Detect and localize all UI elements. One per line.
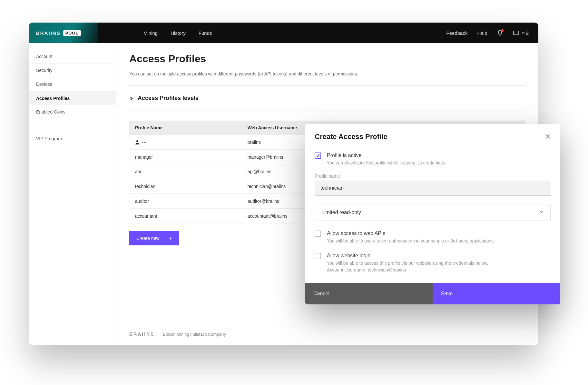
help-link[interactable]: Help (477, 30, 487, 36)
sidebar-item-enabled-coins[interactable]: Enabled Coins (29, 105, 116, 119)
permission-level-select[interactable]: Limited read-only (315, 204, 551, 221)
profile-name-input[interactable] (315, 181, 551, 196)
svg-point-1 (136, 140, 138, 142)
cell-profile-name: technician (129, 179, 242, 194)
modal-title: Create Access Profile (315, 133, 545, 141)
profile-active-label: Profile is active (327, 153, 551, 158)
header-bar: BRAIINS POOL Mining History Funds Feedba… (29, 23, 538, 43)
allow-api-option[interactable]: Allow access to web APIs You will be abl… (315, 227, 551, 244)
sidebar-item-access-profiles[interactable]: Access Profiles (29, 91, 116, 105)
allow-weblogin-label: Allow website login (327, 253, 551, 259)
top-nav: Mining History Funds (143, 30, 212, 36)
page-title: Access Profiles (129, 53, 525, 65)
nav-mining[interactable]: Mining (143, 30, 158, 36)
profile-name-label: Profile name (315, 173, 551, 179)
footer-brand: BRAIINS (129, 331, 155, 337)
footer: BRAIINS Bitcoin Mining Fullstack Company (116, 323, 538, 345)
allow-api-label: Allow access to web APIs (327, 231, 551, 236)
modal-footer: Cancel Save (305, 283, 560, 304)
create-new-label: Create new (136, 236, 160, 241)
close-icon[interactable] (545, 133, 551, 140)
brand-word: BRAIINS (36, 30, 61, 36)
create-access-profile-modal: Create Access Profile Profile is active … (305, 124, 560, 304)
cell-profile-name: accountant (129, 209, 242, 223)
access-profiles-levels-expander[interactable]: Access Profiles levels (129, 86, 525, 111)
chevron-down-icon (539, 210, 544, 215)
profile-active-desc: You can deactivate this profile while ke… (327, 160, 551, 166)
allow-api-desc: You will be able to use a token authoris… (327, 238, 551, 244)
save-button[interactable]: Save (433, 283, 560, 304)
modal-body: Profile is active You can deactivate thi… (305, 144, 560, 283)
person-icon (135, 140, 140, 144)
balance-value: ≈ 2 (522, 30, 529, 36)
cancel-button[interactable]: Cancel (305, 283, 433, 304)
header-right: Feedback Help ≈ 2 (446, 30, 529, 36)
profile-active-option[interactable]: Profile is active You can deactivate thi… (315, 149, 551, 166)
checkbox-allow-api[interactable] (315, 231, 321, 237)
create-new-button[interactable]: Create new + (129, 231, 179, 245)
cell-profile-name: auditor (129, 194, 242, 209)
cell-profile-name: api (129, 164, 242, 179)
allow-weblogin-option[interactable]: Allow website login You will be able to … (315, 249, 551, 273)
modal-header: Create Access Profile (305, 124, 560, 144)
notifications-bell-icon[interactable] (497, 30, 503, 36)
permission-level-value: Limited read-only (321, 210, 539, 215)
sidebar-item-vip-program[interactable]: VIP Program (29, 132, 116, 145)
expander-label: Access Profiles levels (138, 95, 199, 102)
sidebar-item-account[interactable]: Account (29, 50, 116, 64)
chevron-right-icon (129, 96, 133, 100)
cell-profile-name: manager (129, 150, 242, 164)
cell-profile-name: --- (129, 135, 242, 150)
balance-chip[interactable]: ≈ 2 (513, 30, 529, 36)
nav-history[interactable]: History (171, 30, 186, 36)
brand-badge: POOL (63, 30, 81, 36)
feedback-link[interactable]: Feedback (446, 30, 468, 36)
allow-weblogin-desc1: You will be able to access this profile … (327, 260, 551, 267)
allow-weblogin-desc2: Account Username: technician@braiins (327, 267, 551, 273)
checkbox-allow-weblogin[interactable] (315, 253, 321, 259)
page-subtitle: You can set up multiple access profiles … (129, 71, 525, 86)
checkbox-profile-active[interactable] (315, 153, 321, 159)
plus-icon: + (169, 235, 172, 241)
sidebar-item-devices[interactable]: Devices (29, 77, 116, 91)
brand-logo[interactable]: BRAIINS POOL (29, 23, 98, 43)
footer-tagline: Bitcoin Mining Fullstack Company (163, 332, 226, 337)
col-profile-name: Profile Name (129, 121, 242, 135)
sidebar-item-security[interactable]: Security (29, 64, 116, 77)
nav-funds[interactable]: Funds (199, 30, 212, 36)
sidebar: Account Security Devices Access Profiles… (29, 43, 116, 345)
